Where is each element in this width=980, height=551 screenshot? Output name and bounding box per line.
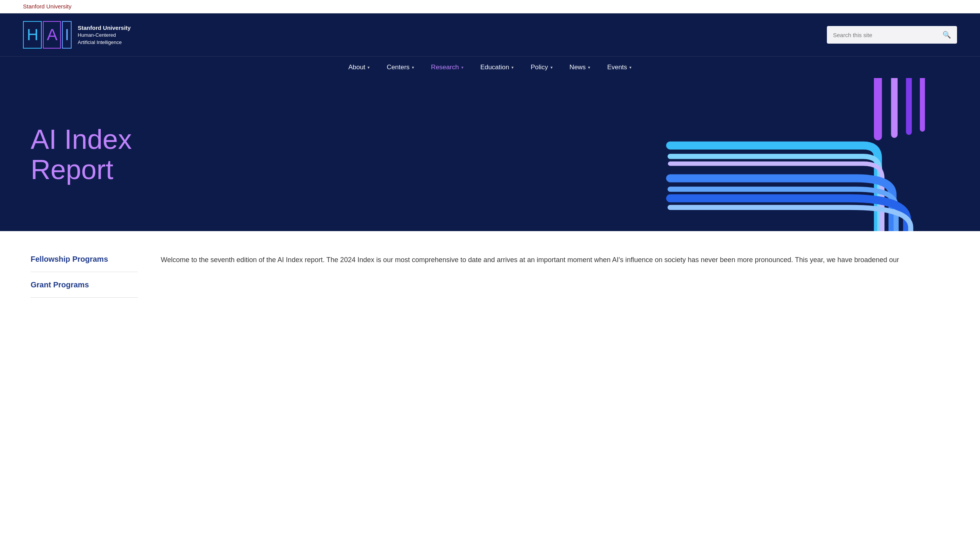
chevron-down-icon: ▾ — [461, 65, 464, 70]
hero-title: AI Index Report — [31, 124, 132, 185]
nav-label-about: About — [348, 64, 365, 71]
main-nav: About ▾ Centers ▾ Research ▾ Education ▾… — [0, 56, 980, 78]
logo-text: Stanford University Human-Centered Artif… — [78, 24, 131, 46]
nav-item-news[interactable]: News ▾ — [561, 57, 599, 78]
hero-title-line1: AI Index — [31, 124, 132, 155]
search-icon: 🔍 — [942, 31, 951, 39]
nav-label-news: News — [570, 64, 586, 71]
sidebar-link-grant[interactable]: Grant Programs — [31, 272, 138, 298]
logo-letter-h: H — [23, 21, 42, 49]
logo-university: Stanford University — [78, 24, 131, 32]
stanford-bar: Stanford University — [0, 0, 980, 13]
search-input[interactable] — [827, 27, 936, 43]
content-area: Fellowship Programs Grant Programs Welco… — [0, 231, 980, 321]
sidebar-link-fellowship[interactable]: Fellowship Programs — [31, 254, 138, 272]
nav-label-education: Education — [480, 64, 510, 71]
chevron-down-icon: ▾ — [588, 65, 590, 70]
nav-label-research: Research — [431, 64, 459, 71]
nav-item-centers[interactable]: Centers ▾ — [378, 57, 423, 78]
intro-paragraph: Welcome to the seventh edition of the AI… — [161, 254, 949, 266]
stanford-university-link[interactable]: Stanford University — [23, 3, 72, 10]
nav-label-policy: Policy — [531, 64, 548, 71]
nav-item-events[interactable]: Events ▾ — [599, 57, 640, 78]
site-header: H A I Stanford University Human-Centered… — [0, 13, 980, 56]
chevron-down-icon: ▾ — [412, 65, 414, 70]
nav-label-centers: Centers — [387, 64, 410, 71]
chevron-down-icon: ▾ — [550, 65, 553, 70]
search-area: 🔍 — [827, 26, 957, 44]
logo-letter-i: I — [62, 21, 72, 49]
logo-letter-a: A — [43, 21, 61, 49]
search-box: 🔍 — [827, 26, 957, 44]
logo-area[interactable]: H A I Stanford University Human-Centered… — [23, 21, 131, 49]
logo-unit-line1: Human-Centered — [78, 32, 131, 39]
logo-unit-line2: Artificial Intelligence — [78, 39, 131, 46]
nav-item-research[interactable]: Research ▾ — [423, 57, 472, 78]
hero-title-line2: Report — [31, 154, 113, 185]
search-button[interactable]: 🔍 — [936, 26, 957, 44]
hero-graphic — [441, 78, 980, 231]
main-content: Welcome to the seventh edition of the AI… — [161, 254, 949, 298]
nav-item-about[interactable]: About ▾ — [340, 57, 378, 78]
sidebar: Fellowship Programs Grant Programs — [31, 254, 138, 298]
chevron-down-icon: ▾ — [629, 65, 632, 70]
chevron-down-icon: ▾ — [511, 65, 514, 70]
nav-item-education[interactable]: Education ▾ — [472, 57, 523, 78]
nav-label-events: Events — [607, 64, 627, 71]
chevron-down-icon: ▾ — [368, 65, 370, 70]
hero-section: AI Index Report — [0, 78, 980, 231]
hai-logo: H A I — [23, 21, 72, 49]
nav-item-policy[interactable]: Policy ▾ — [522, 57, 561, 78]
